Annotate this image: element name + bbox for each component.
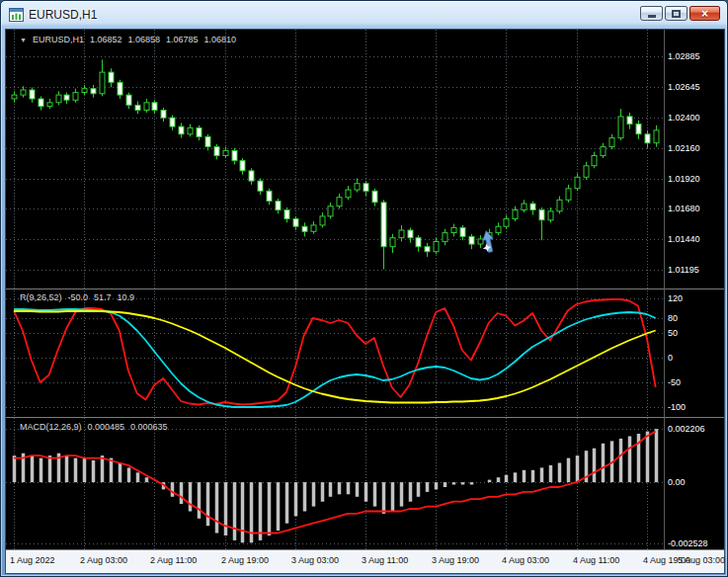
- time-axis-label: 3 Aug 11:00: [362, 555, 408, 565]
- time-axis-label: 3 Aug 03:00: [291, 555, 339, 565]
- macd-axis-label: -0.002528: [668, 538, 708, 548]
- price-axis-label: 1.02885: [668, 51, 700, 61]
- time-axis-label: 4 Aug 11:00: [573, 555, 619, 565]
- time-axis-label: 3 Aug 19:00: [432, 555, 479, 565]
- time-axis[interactable]: 1 Aug 20222 Aug 03:002 Aug 11:002 Aug 19…: [6, 549, 724, 573]
- candlestick-series: [12, 59, 659, 269]
- minimize-icon: [648, 15, 656, 18]
- indicator-axis-label: -50: [668, 377, 681, 387]
- time-axis-label: 4 Aug 03:00: [502, 555, 549, 565]
- macd-histogram: [15, 429, 657, 542]
- indicator-axis-label: -100: [668, 402, 686, 412]
- close-icon: ×: [701, 8, 708, 20]
- time-axis-label: 2 Aug 11:00: [150, 555, 197, 565]
- chart-client-area: 1.028851.026451.024001.021601.019201.016…: [5, 29, 725, 574]
- panel-separators[interactable]: [6, 30, 724, 549]
- price-axis-label: 1.01920: [668, 174, 700, 184]
- macd-axis-label: 0.00: [668, 477, 686, 487]
- close-button[interactable]: ×: [689, 6, 720, 21]
- caption-buttons: ×: [640, 6, 720, 21]
- macd-axis-label: 0.002206: [668, 424, 705, 434]
- application-window: EURUSD,H1 × 1.028851.026451.024001.02160…: [0, 0, 728, 577]
- price-scale[interactable]: 1.028851.026451.024001.021601.019201.016…: [668, 51, 708, 548]
- time-axis-label: 2 Aug 03:00: [80, 555, 127, 565]
- one-click-panel-toggle[interactable]: ▼: [20, 37, 27, 43]
- indicator-axis-label: 120: [668, 293, 683, 303]
- time-axis-label: 2 Aug 19:00: [221, 555, 269, 565]
- minimize-button[interactable]: [640, 6, 663, 21]
- price-axis-label: 1.02160: [668, 143, 700, 153]
- maximize-icon: [672, 10, 681, 18]
- indicator-axis-label: 80: [668, 313, 678, 323]
- time-axis-label: 5 Aug 03:00: [678, 555, 725, 565]
- chart-window-icon[interactable]: [9, 8, 24, 22]
- price-axis-label: 1.02400: [668, 113, 700, 123]
- price-axis-label: 1.01440: [668, 234, 700, 244]
- price-axis-label: 1.01195: [668, 265, 699, 275]
- title-bar[interactable]: EURUSD,H1 ×: [1, 1, 727, 29]
- maximize-button[interactable]: [665, 6, 688, 21]
- price-axis-label: 1.02645: [668, 82, 700, 92]
- window-title: EURUSD,H1: [29, 8, 97, 22]
- time-axis-label: 1 Aug 2022: [10, 555, 55, 565]
- indicator-axis-label: 0: [668, 353, 673, 363]
- indicator-axis-label: 50: [668, 328, 678, 338]
- chart-canvas[interactable]: 1.028851.026451.024001.021601.019201.016…: [6, 30, 724, 549]
- price-axis-label: 1.01680: [668, 204, 700, 213]
- indicator-line-fast: [14, 299, 656, 405]
